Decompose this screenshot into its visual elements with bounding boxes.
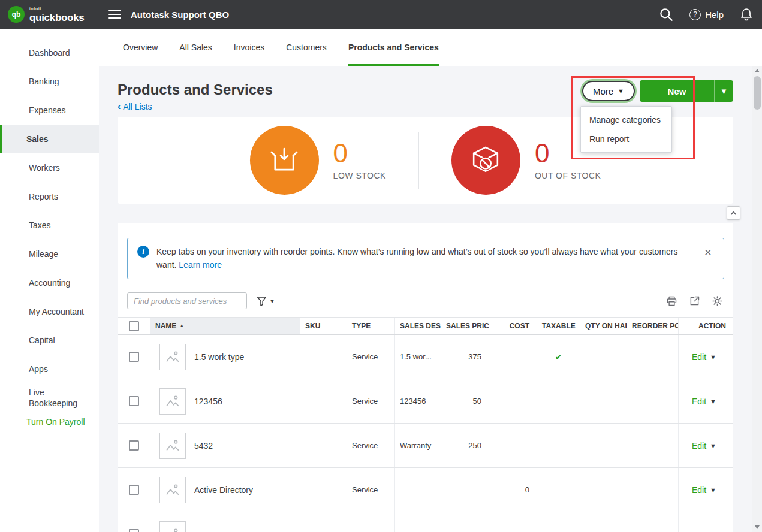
page-title: Products and Services — [118, 81, 273, 98]
sidebar-item-taxes[interactable]: Taxes — [0, 211, 99, 240]
tab-products-and-services[interactable]: Products and Services — [348, 29, 439, 66]
sidebar-item-capital[interactable]: Capital — [0, 326, 99, 355]
learn-more-link[interactable]: Learn more — [179, 260, 222, 270]
column-header-sales-desc[interactable]: SALES DESC — [394, 318, 441, 334]
select-all-checkbox[interactable] — [129, 321, 139, 331]
row-checkbox[interactable] — [129, 396, 139, 406]
scrollbar-down-arrow[interactable] — [755, 525, 760, 529]
sales-desc-cell: 123456 — [394, 379, 441, 423]
sku-cell — [300, 335, 347, 379]
sidebar-item-mileage[interactable]: Mileage — [0, 240, 99, 268]
taxable-cell — [537, 379, 580, 423]
reorder-cell — [627, 379, 678, 423]
menu-item-run-report[interactable]: Run report — [581, 129, 671, 149]
sidebar-item-live-bookkeeping[interactable]: Live Bookkeeping — [0, 383, 99, 412]
print-icon[interactable] — [665, 295, 678, 307]
menu-item-manage-categories[interactable]: Manage categories — [581, 110, 671, 129]
row-checkbox[interactable] — [129, 485, 139, 495]
column-header-name[interactable]: NAME ▲ — [150, 318, 300, 334]
low-stock-stat[interactable]: 0 LOW STOCK — [250, 126, 386, 195]
sales-price-cell: 375 — [441, 335, 489, 379]
sku-cell — [300, 379, 347, 423]
new-dropdown-button[interactable]: ▼ — [714, 80, 733, 102]
row-checkbox[interactable] — [129, 352, 139, 362]
company-name: Autotask Support QBO — [131, 10, 229, 20]
qty-cell — [580, 468, 627, 512]
help-icon: ? — [689, 9, 701, 20]
help-button[interactable]: ? Help — [689, 9, 724, 20]
edit-button[interactable]: Edit — [692, 441, 706, 451]
tab-invoices[interactable]: Invoices — [234, 29, 264, 66]
sales-price-cell: 250 — [441, 424, 489, 467]
tab-overview[interactable]: Overview — [123, 29, 158, 66]
edit-dropdown-icon[interactable]: ▼ — [710, 398, 716, 405]
edit-dropdown-icon[interactable]: ▼ — [710, 353, 716, 361]
reorder-cell — [627, 335, 678, 379]
sidebar-item-apps[interactable]: Apps — [0, 355, 99, 383]
sidebar-item-dashboard[interactable]: Dashboard — [0, 38, 99, 67]
type-cell: Service — [347, 335, 394, 379]
sidebar-item-expenses[interactable]: Expenses — [0, 96, 99, 125]
reorder-cell — [627, 468, 678, 512]
action-cell: Edit ▼ — [678, 335, 733, 379]
more-button[interactable]: More ▼ — [582, 81, 635, 101]
column-header-sales-price[interactable]: SALES PRICE — [441, 318, 489, 334]
scroll-to-top-button[interactable] — [727, 206, 740, 220]
sidebar-item-reports[interactable]: Reports — [0, 182, 99, 211]
low-stock-icon — [250, 126, 319, 195]
filter-button[interactable]: ▼ — [256, 295, 275, 307]
search-input[interactable] — [127, 292, 247, 309]
sidebar-nav: Dashboard Banking Expenses Sales Workers… — [0, 29, 99, 532]
more-dropdown-menu: Manage categories Run report — [580, 106, 672, 153]
column-header-taxable[interactable]: TAXABLE — [537, 318, 580, 334]
edit-button[interactable]: Edit — [692, 352, 706, 362]
search-icon[interactable] — [658, 7, 674, 22]
type-cell: Service — [347, 379, 394, 423]
sidebar-item-workers[interactable]: Workers — [0, 153, 99, 182]
action-cell: Edit ▼ — [678, 424, 733, 467]
edit-button[interactable]: Edit — [692, 485, 706, 495]
qty-cell — [580, 335, 627, 379]
sidebar-item-my-accountant[interactable]: My Accountant — [0, 297, 99, 326]
column-header-reorder-point[interactable]: REORDER PO — [627, 318, 678, 334]
column-header-action: ACTION — [678, 318, 733, 334]
row-checkbox[interactable] — [129, 440, 139, 451]
vertical-scrollbar[interactable] — [752, 66, 762, 532]
sidebar-item-sales[interactable]: Sales — [0, 125, 99, 153]
table-row: 5432 Service Warranty 250 Edit ▼ — [118, 424, 733, 468]
product-image-placeholder — [159, 521, 186, 532]
sidebar-item-accounting[interactable]: Accounting — [0, 268, 99, 297]
gear-icon[interactable] — [711, 295, 724, 307]
edit-dropdown-icon[interactable]: ▼ — [710, 442, 716, 449]
edit-button[interactable]: Edit — [692, 397, 706, 406]
hamburger-menu-icon[interactable] — [108, 8, 121, 21]
row-checkbox[interactable] — [129, 529, 139, 532]
column-header-qty-on-hand[interactable]: QTY ON HAI — [580, 318, 627, 334]
cost-cell — [489, 335, 537, 379]
out-of-stock-icon — [451, 126, 520, 195]
sidebar-item-banking[interactable]: Banking — [0, 67, 99, 96]
product-image-placeholder — [159, 344, 186, 370]
column-header-type[interactable]: TYPE — [347, 318, 394, 334]
cost-cell — [489, 424, 537, 467]
table-header-row: NAME ▲ SKU TYPE SALES DESC SALES PRICE C… — [118, 317, 733, 335]
turn-on-payroll-link[interactable]: Turn On Payroll — [0, 417, 99, 427]
edit-dropdown-icon[interactable]: ▼ — [710, 486, 716, 494]
tab-all-sales[interactable]: All Sales — [179, 29, 212, 66]
action-cell: Edit ▼ — [678, 468, 733, 512]
scrollbar-thumb[interactable] — [754, 76, 761, 110]
qty-cell — [580, 512, 627, 532]
main-content: Products and Services ‹ All Lists More ▼… — [99, 66, 752, 532]
column-header-sku[interactable]: SKU — [300, 318, 347, 334]
notifications-bell-icon[interactable] — [739, 7, 754, 22]
close-icon[interactable]: × — [702, 246, 714, 258]
chevron-up-icon — [731, 211, 737, 217]
new-button[interactable]: New — [640, 80, 714, 102]
quickbooks-logo[interactable]: qb intuit quickbooks — [0, 6, 102, 23]
tab-customers[interactable]: Customers — [286, 29, 327, 66]
all-lists-back-link[interactable]: ‹ All Lists — [118, 102, 152, 111]
export-icon[interactable] — [688, 295, 701, 307]
sales-tabs: Overview All Sales Invoices Customers Pr… — [99, 29, 762, 66]
out-of-stock-stat[interactable]: 0 OUT OF STOCK — [451, 126, 601, 195]
column-header-cost[interactable]: COST — [489, 318, 537, 334]
